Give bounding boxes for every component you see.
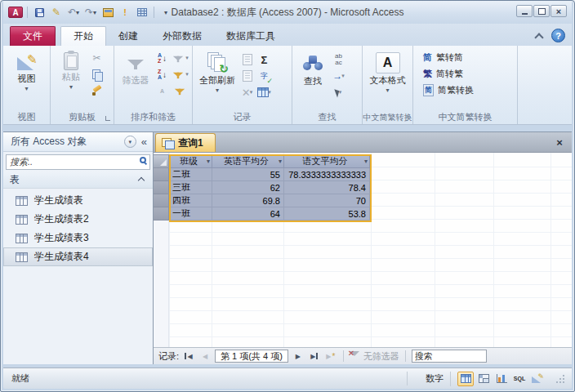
cell[interactable]: 62 (212, 181, 284, 194)
row-selector[interactable] (154, 194, 169, 207)
cell[interactable]: 70 (284, 194, 370, 207)
chevron-down-icon: ▾ (164, 9, 167, 16)
row-selector[interactable] (154, 207, 169, 220)
save-record-icon (243, 70, 252, 82)
format-painter-button[interactable] (89, 83, 105, 98)
cell[interactable]: 55 (212, 168, 284, 181)
copy-button[interactable] (89, 67, 105, 82)
switch-window-button[interactable] (100, 6, 115, 20)
cell[interactable]: 二班 (169, 168, 212, 181)
clear-sort-button[interactable]: A (154, 83, 170, 98)
restore-button[interactable] (533, 5, 550, 17)
no-filter-button[interactable]: ✕ 无筛选器 (350, 350, 399, 363)
chevron-down-icon[interactable]: ▾ (364, 158, 368, 165)
refresh-all-button[interactable]: ↻ 全部刷新 ▾ (195, 49, 239, 109)
column-header-class[interactable]: 班级 ▾ (169, 154, 212, 168)
text-format-button[interactable]: A 文本格式 ▾ (367, 49, 409, 109)
last-record-button[interactable]: ▶ (308, 350, 321, 363)
cut-button[interactable]: ✂ (89, 51, 105, 65)
new-record-button[interactable] (239, 52, 255, 67)
record-search-input[interactable] (412, 350, 487, 363)
sort-descending-button[interactable]: ZA↓ (154, 67, 170, 82)
nav-item-table3[interactable]: 学生成绩表3 (3, 229, 153, 247)
datasheet-view-button[interactable] (457, 372, 474, 386)
conversion-button[interactable]: 简 简繁转换 (420, 82, 477, 98)
filter-options-button[interactable]: ▾ (172, 67, 187, 82)
collapse-ribbon-button[interactable] (533, 30, 545, 42)
sql-view-button[interactable]: SQL (511, 372, 528, 386)
column-header-label: 英语平均分 (214, 155, 279, 167)
dialog-launcher-icon[interactable] (104, 114, 112, 122)
more-records-button[interactable]: ▾ (256, 85, 272, 100)
first-record-button[interactable]: ◀ (182, 350, 195, 363)
previous-record-button[interactable]: ◀ (198, 350, 212, 363)
tab-database-tools[interactable]: 数据库工具 (214, 26, 288, 46)
save-record-button[interactable] (239, 69, 255, 83)
column-header-english-avg[interactable]: 英语平均分 ▾ (212, 154, 284, 168)
nav-menu-button[interactable]: ▾ (124, 136, 136, 148)
tab-home[interactable]: 开始 (60, 26, 106, 46)
cell[interactable]: 一班 (169, 207, 212, 220)
sort-ascending-button[interactable]: AZ↓ (154, 51, 170, 65)
delete-record-button[interactable]: ✕▾ (239, 85, 255, 100)
cell[interactable]: 78.3333333333333 (284, 168, 370, 181)
simplified-icon: 简 (423, 51, 432, 64)
tab-external-data[interactable]: 外部数据 (150, 26, 214, 46)
datasheet-view-button[interactable] (135, 6, 149, 20)
nav-item-table4[interactable]: 学生成绩表4 (3, 247, 153, 266)
simp-to-trad-button[interactable]: 繁 简转繁 (420, 65, 466, 82)
status-bar: 就绪 数字 SQL (3, 368, 572, 389)
nav-item-table2[interactable]: 学生成绩表2 (3, 210, 153, 229)
close-button[interactable]: × (550, 5, 567, 17)
select-all-corner[interactable] (154, 154, 169, 168)
view-button[interactable]: ✎ 视图 ▾ (7, 49, 47, 109)
customize-qat-button[interactable]: ▾ (158, 6, 173, 20)
trad-to-simp-button[interactable]: 简 繁转简 (420, 49, 466, 65)
tab-file[interactable]: 文件 (10, 26, 56, 46)
goto-button[interactable]: →▾ (331, 69, 346, 83)
tab-create[interactable]: 创建 (106, 26, 150, 46)
advanced-filter-button[interactable]: ▾ (172, 51, 187, 65)
new-record-button[interactable]: ▶* (324, 350, 337, 363)
chevron-down-icon[interactable]: ▾ (279, 158, 282, 165)
cell[interactable]: 69.8 (212, 194, 284, 207)
nav-search-input[interactable] (6, 154, 150, 170)
save-button[interactable] (32, 6, 47, 20)
filter-button[interactable]: 筛选器 (117, 49, 154, 109)
replace-button[interactable]: abac (331, 52, 346, 67)
search-icon[interactable] (140, 157, 146, 163)
toggle-filter-button[interactable] (172, 83, 187, 98)
undo-button[interactable]: ↶▾ (66, 6, 81, 20)
run-button[interactable]: ! (118, 6, 132, 20)
cell[interactable]: 64 (212, 207, 284, 220)
pivotchart-view-button[interactable] (493, 372, 510, 386)
nav-item-table1[interactable]: 学生成绩表 (3, 191, 153, 210)
cell[interactable]: 三班 (169, 181, 212, 194)
row-selector[interactable] (154, 168, 169, 181)
paste-button[interactable]: 粘贴 ▾ (53, 49, 89, 109)
pivottable-view-button[interactable] (475, 372, 492, 386)
close-document-button[interactable]: × (553, 136, 566, 149)
access-logo-icon[interactable]: A (8, 7, 23, 18)
chevron-down-icon[interactable]: ▾ (207, 158, 210, 165)
redo-button[interactable]: ↷▾ (83, 6, 98, 20)
shutter-bar-close-button[interactable]: « (140, 136, 149, 148)
spelling-button[interactable]: 字✓ (256, 69, 272, 83)
totals-button[interactable]: Σ (256, 52, 272, 67)
find-button[interactable]: 查找 (295, 49, 331, 109)
minimize-button[interactable] (516, 5, 533, 17)
design-view-button[interactable]: ✎ (49, 6, 64, 20)
cell[interactable]: 53.8 (284, 207, 370, 220)
record-position-box[interactable]: 第 1 项(共 4 项) (215, 350, 288, 363)
cell[interactable]: 78.4 (284, 181, 370, 194)
row-selector[interactable] (154, 181, 169, 194)
cell[interactable]: 四班 (169, 194, 212, 207)
resize-grip[interactable] (555, 374, 565, 384)
column-header-chinese-avg[interactable]: 语文平均分 ▾ (284, 154, 370, 168)
next-record-button[interactable]: ▶ (292, 350, 305, 363)
nav-section-tables[interactable]: 表 (3, 172, 153, 189)
tab-query1[interactable]: 查询1 (155, 133, 216, 152)
select-button[interactable]: ▾ (331, 85, 346, 100)
design-view-button[interactable] (529, 372, 546, 386)
help-button[interactable]: ? (551, 29, 565, 42)
